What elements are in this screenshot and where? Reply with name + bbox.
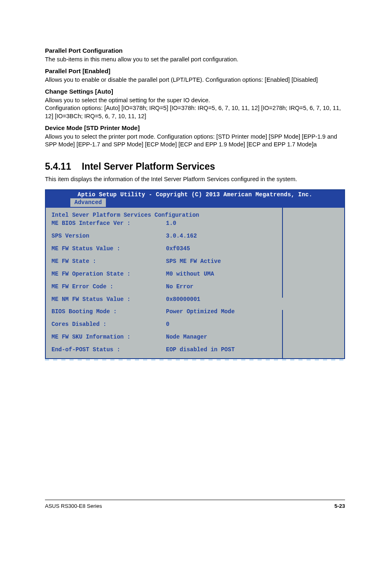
bios-key: BIOS Booting Mode :: [52, 308, 166, 316]
bios-row: End-of-POST Status :EOP disabled in POST: [52, 346, 338, 354]
bios-row: BIOS Booting Mode :Power Optimized Mode: [52, 308, 338, 316]
bios-key: ME FW Error Code :: [52, 283, 166, 291]
heading-parallel-config: Parallel Port Configuration: [45, 47, 345, 55]
footer-page-number: 5-23: [334, 503, 345, 510]
bios-row: Intel Sever Platform Services Configurat…: [52, 211, 338, 219]
bios-divider: [282, 208, 283, 358]
bios-row: ME BIOS Interface Ver :1.0: [52, 220, 338, 227]
para-device-mode: Allows you to select the printer port mo…: [45, 133, 345, 149]
bios-val: 3.0.4.162: [166, 232, 338, 240]
bios-key: ME NM FW Status Value :: [52, 296, 166, 303]
bios-key: ME FW State :: [52, 258, 166, 265]
bios-val: M0 without UMA: [166, 270, 338, 278]
bios-row: ME FW State :SPS ME FW Active: [52, 258, 338, 265]
bios-key: ME BIOS Interface Ver :: [52, 220, 166, 227]
para-change-settings-2: Configuration options: [Auto] [IO=378h; …: [45, 104, 345, 120]
bios-spacer: [52, 303, 338, 307]
bios-tab-advanced: Advanced: [70, 198, 106, 207]
bios-row: Cores Disabled :0: [52, 321, 338, 328]
bios-spacer: [52, 278, 338, 283]
para-parallel-port-enabled: Allows you to enable or disable the para…: [45, 76, 345, 84]
bios-spacer: [52, 329, 338, 333]
bios-key: Intel Sever Platform Services Configurat…: [52, 211, 199, 219]
bios-val: Power Optimized Mode: [166, 308, 338, 316]
bios-spacer: [52, 253, 338, 257]
bios-spacer: [52, 291, 338, 295]
bios-row: ME FW Status Value :0xf0345: [52, 245, 338, 253]
bios-spacer: [52, 341, 338, 346]
bios-val: 0xf0345: [166, 245, 338, 253]
bios-divider-gap: [282, 298, 283, 310]
bios-row: ME FW SKU Information :Node Manager: [52, 333, 338, 341]
bios-key: ME FW Operation State :: [52, 270, 166, 278]
bios-key: ME FW SKU Information :: [52, 333, 166, 341]
bios-spacer: [52, 266, 338, 270]
bios-row: ME FW Error Code :No Error: [52, 283, 338, 291]
bios-val: 0x80000001: [166, 296, 338, 303]
bios-spacer: [52, 228, 338, 232]
para-parallel-config: The sub-items in this menu allow you to …: [45, 56, 345, 64]
bios-key: SPS Version: [52, 232, 166, 240]
bios-titlebar: Aptio Setup Utility - Copyright (C) 2013…: [46, 190, 344, 199]
para-change-settings-1: Allows you to select the optimal setting…: [45, 97, 345, 105]
section-heading: 5.4.11Intel Server Platform Services: [45, 160, 345, 173]
bios-val: Node Manager: [166, 333, 338, 341]
bios-spacer: [52, 316, 338, 320]
footer-left: ASUS RS300-E8 Series: [45, 503, 102, 510]
section-number: 5.4.11: [45, 160, 82, 173]
bios-val: EOP disabled in POST: [166, 346, 338, 354]
bios-row: ME FW Operation State :M0 without UMA: [52, 270, 338, 278]
bios-key: ME FW Status Value :: [52, 245, 166, 253]
bios-val: SPS ME FW Active: [166, 258, 338, 265]
heading-change-settings: Change Settings [Auto]: [45, 88, 345, 96]
section-title-text: Intel Server Platform Services: [82, 161, 215, 172]
page-footer: ASUS RS300-E8 Series 5-23: [45, 500, 345, 510]
bios-screenshot: Aptio Setup Utility - Copyright (C) 2013…: [45, 189, 345, 359]
heading-device-mode: Device Mode [STD Printer Mode]: [45, 124, 345, 132]
bios-spacer: [52, 240, 338, 245]
bios-tabrow: Advanced: [46, 198, 344, 208]
bios-key: End-of-POST Status :: [52, 346, 166, 354]
bios-row: ME NM FW Status Value :0x80000001: [52, 296, 338, 303]
bios-val: No Error: [166, 283, 338, 291]
bios-val: 1.0: [166, 220, 338, 227]
section-subtext: This item displays the information of th…: [45, 175, 345, 184]
bios-val: 0: [166, 321, 338, 328]
bios-key: Cores Disabled :: [52, 321, 166, 328]
heading-parallel-port-enabled: Parallel Port [Enabled]: [45, 67, 345, 75]
bios-torn-edge: [45, 359, 345, 361]
bios-row: SPS Version3.0.4.162: [52, 232, 338, 240]
bios-body: Intel Sever Platform Services Configurat…: [46, 208, 344, 358]
